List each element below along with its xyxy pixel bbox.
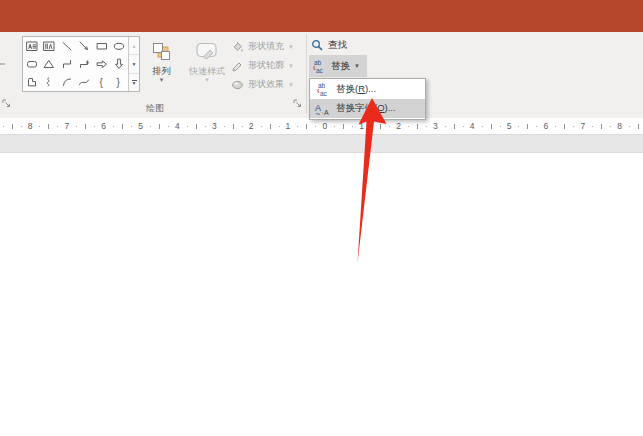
ruler-dot — [445, 126, 446, 127]
drawing-dialog-launcher-icon[interactable] — [293, 99, 302, 108]
svg-text:A: A — [315, 103, 321, 113]
slide-canvas[interactable] — [0, 153, 643, 436]
shape-arrow-line-icon[interactable] — [76, 37, 94, 55]
arrange-label: 排列 — [153, 66, 171, 76]
ruler-dot — [463, 126, 464, 127]
shape-vertical-textbox-icon[interactable] — [41, 37, 59, 55]
shape-elbow-arrow-connector-icon[interactable] — [76, 55, 94, 73]
ruler-dot — [3, 126, 4, 127]
ruler-dot — [389, 126, 390, 127]
shape-elbow-connector-icon[interactable] — [58, 55, 76, 73]
ruler-dot — [500, 126, 501, 127]
ruler-tick — [601, 124, 602, 129]
replace-fonts-icon: A A — [310, 101, 336, 116]
shape-effects-button[interactable]: 形状效果 ▼ — [231, 75, 307, 94]
ruler-number: 1 — [283, 118, 293, 134]
ruler-number: 0 — [320, 118, 330, 134]
gallery-more-icon[interactable]: ▼ — [129, 74, 139, 91]
menu-item-replace[interactable]: ab ac 替换(R)... — [310, 80, 425, 99]
shape-curve-icon[interactable] — [76, 73, 94, 91]
title-bar — [0, 0, 643, 32]
shape-textbox-icon[interactable] — [23, 37, 41, 55]
horizontal-ruler[interactable]: 87654321012345678 — [0, 118, 643, 135]
ruler-number: 6 — [541, 118, 551, 134]
shape-scribble-icon[interactable] — [41, 73, 59, 91]
shape-outline-button[interactable]: 形状轮廓 ▼ — [231, 56, 307, 75]
replace-caret-icon: ▼ — [354, 63, 360, 69]
drawing-group-label: 绘图 — [10, 102, 300, 115]
ruler-dot — [21, 126, 22, 127]
shape-down-arrow-icon[interactable] — [111, 55, 129, 73]
svg-text:}: } — [117, 77, 121, 88]
ruler-dot — [371, 126, 372, 127]
ruler-tick — [159, 124, 160, 129]
ruler-number: 3 — [430, 118, 440, 134]
gallery-scroll-down-icon[interactable]: ▼ — [129, 55, 139, 73]
shape-rectangle-icon[interactable] — [93, 37, 111, 55]
shape-left-brace-icon[interactable]: { — [93, 73, 111, 91]
shape-oval-icon[interactable] — [111, 37, 129, 55]
ruler-number: 8 — [615, 118, 625, 134]
arrange-button[interactable]: 排列 ▼ — [141, 34, 182, 100]
ruler-dot — [261, 126, 262, 127]
ruler-number: 2 — [246, 118, 256, 134]
shape-corner-shape-icon[interactable] — [23, 73, 41, 91]
shape-triangle-icon[interactable] — [41, 55, 59, 73]
ruler-dot — [482, 126, 483, 127]
ruler-tick — [12, 124, 13, 129]
ruler-number: 7 — [62, 118, 72, 134]
ruler-tick — [417, 124, 418, 129]
ruler-number: 5 — [504, 118, 514, 134]
ruler-tick — [380, 124, 381, 129]
shapes-gallery-grid: {} — [23, 37, 128, 91]
shape-fill-label: 形状填充 — [248, 40, 284, 53]
find-label: 查找 — [328, 39, 347, 52]
shape-fill-button[interactable]: 形状填充 ▼ — [231, 37, 307, 56]
ruler-number: 6 — [99, 118, 109, 134]
search-icon — [311, 39, 324, 52]
shape-arc-icon[interactable] — [58, 73, 76, 91]
shape-right-brace-icon[interactable]: } — [111, 73, 129, 91]
replace-button[interactable]: ab ac 替换 ▼ — [309, 55, 367, 77]
ruler-dot — [629, 126, 630, 127]
quick-styles-button[interactable]: 快速样式 ▼ — [183, 34, 231, 100]
shape-outline-icon — [231, 59, 244, 72]
gallery-scroll-up-icon[interactable]: ▲ — [129, 37, 139, 55]
ruler-dot — [610, 126, 611, 127]
ruler-dot — [279, 126, 280, 127]
arrange-icon — [152, 40, 171, 62]
shape-effects-label: 形状效果 — [248, 78, 284, 91]
menu-item-replace-fonts[interactable]: A A 替换字体(O)... — [310, 99, 425, 118]
replace-icon: ab ac — [311, 59, 328, 74]
shape-line-icon[interactable] — [58, 37, 76, 55]
ruler-dot — [168, 126, 169, 127]
ruler-tick — [233, 124, 234, 129]
shape-right-arrow-icon[interactable] — [93, 55, 111, 73]
replace-icon: ab ac — [310, 82, 336, 97]
find-button[interactable]: 查找 — [311, 36, 347, 54]
ruler-dot — [555, 126, 556, 127]
ruler-dot — [205, 126, 206, 127]
shape-rounded-rectangle-icon[interactable] — [23, 55, 41, 73]
ruler-tick — [196, 124, 197, 129]
group-separator — [306, 34, 307, 114]
replace-label: 替换 — [331, 60, 350, 73]
ruler-tick — [527, 124, 528, 129]
ruler-tick — [270, 124, 271, 129]
powerpoint-window: {} ▲ ▼ ▼ 排列 ▼ — [0, 0, 643, 436]
svg-text:{: { — [99, 77, 103, 88]
quick-styles-label: 快速样式 — [189, 66, 225, 76]
svg-text:ab: ab — [318, 82, 326, 89]
ruler-dot — [315, 126, 316, 127]
ruler-dot — [224, 126, 225, 127]
shape-outline-caret-icon: ▼ — [288, 63, 294, 69]
ruler-number: 5 — [136, 118, 146, 134]
replace-dropdown-menu: ab ac 替换(R)... A A 替换字体(O)... — [309, 78, 426, 120]
svg-text:ac: ac — [320, 90, 328, 97]
shape-effects-caret-icon: ▼ — [288, 82, 294, 88]
ruler-dot — [150, 126, 151, 127]
shape-fill-icon — [231, 40, 244, 53]
svg-text:A: A — [324, 109, 329, 116]
ruler-tick — [122, 124, 123, 129]
menu-item-replace-fonts-label: 替换字体(O)... — [336, 102, 396, 115]
